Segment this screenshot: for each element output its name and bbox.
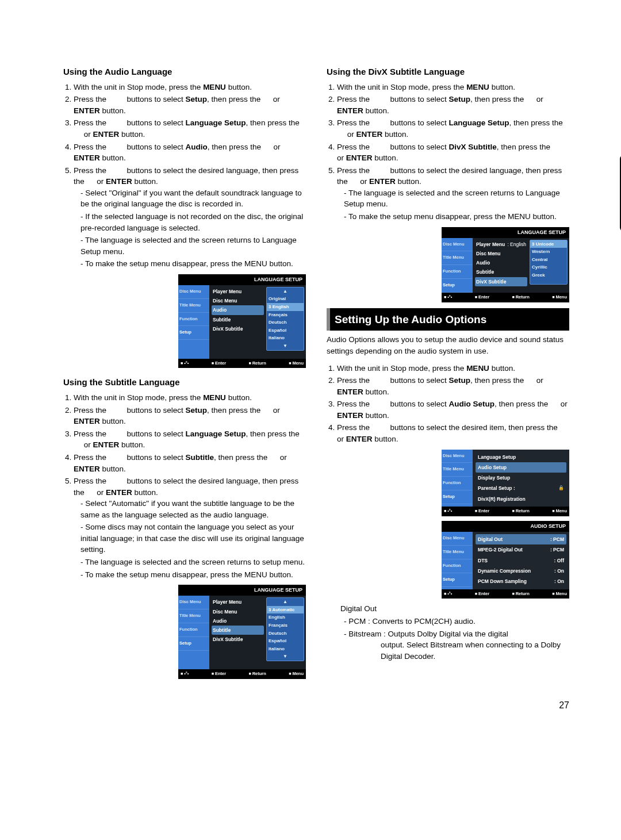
divx-lang-heading: Using the DivX Subtitle Language xyxy=(327,66,569,78)
sl-step5: Press the buttons to select the desired … xyxy=(74,475,306,580)
sl-step3: Press the buttons to select Language Set… xyxy=(74,428,306,451)
al-step4: Press the buttons to select Audio, then … xyxy=(74,141,306,164)
audio-options-heading: Setting Up the Audio Options xyxy=(327,308,569,331)
dx-step2: Press the buttons to select Setup, then … xyxy=(337,94,569,116)
digital-out-pcm: PCM : Converts to PCM(2CH) audio. xyxy=(344,616,569,627)
dx-step1: With the unit in Stop mode, press the ME… xyxy=(337,82,569,93)
dx-step4: Press the buttons to select DivX Subtitl… xyxy=(337,141,569,164)
al-step1: With the unit in Stop mode, press the ME… xyxy=(74,82,306,93)
al-step3: Press the buttons to select Language Set… xyxy=(74,117,306,140)
sl-step4: Press the buttons to select Subtitle, th… xyxy=(74,452,306,474)
audio-options-intro: Audio Options allows you to setup the au… xyxy=(327,334,569,356)
sl-step2: Press the buttons to select Setup, then … xyxy=(74,405,306,427)
ao-step1: With the unit in Stop mode, press the ME… xyxy=(337,363,569,374)
osd-setup-menu: Disc Menu Title Menu Function Setup Lang… xyxy=(442,450,569,516)
audio-lang-heading: Using the Audio Language xyxy=(63,66,306,78)
ao-step2: Press the buttons to select Setup, then … xyxy=(337,375,569,397)
lock-icon: 🔒 xyxy=(558,485,564,492)
al-step2: Press the buttons to select Setup, then … xyxy=(74,94,306,116)
dx-step3: Press the buttons to select Language Set… xyxy=(337,117,569,140)
digital-out-bitstream: Bitstream : Outputs Dolby Digital via th… xyxy=(344,628,569,662)
osd-language-setup-audio: LANGUAGE SETUP Disc Menu Title Menu Func… xyxy=(178,274,306,369)
al-step5: Press the buttons to select the desired … xyxy=(74,165,306,270)
digital-out-label: Digital Out xyxy=(340,603,569,615)
sl-step1: With the unit in Stop mode, press the ME… xyxy=(74,392,306,404)
osd-language-setup-divx: LANGUAGE SETUP Disc Menu Title Menu Func… xyxy=(442,227,569,302)
dx-step5: Press the buttons to select the desired … xyxy=(337,165,569,223)
ao-step3: Press the buttons to select Audio Setup,… xyxy=(337,398,569,421)
subtitle-lang-heading: Using the Subtitle Language xyxy=(63,376,306,389)
osd-audio-setup: AUDIO SETUP Disc Menu Title Menu Functio… xyxy=(442,521,569,599)
osd-language-setup-subtitle: LANGUAGE SETUP Disc Menu Title Menu Func… xyxy=(178,585,306,679)
ao-step4: Press the buttons to select the desired … xyxy=(337,422,569,444)
page-number: 27 xyxy=(63,699,569,712)
